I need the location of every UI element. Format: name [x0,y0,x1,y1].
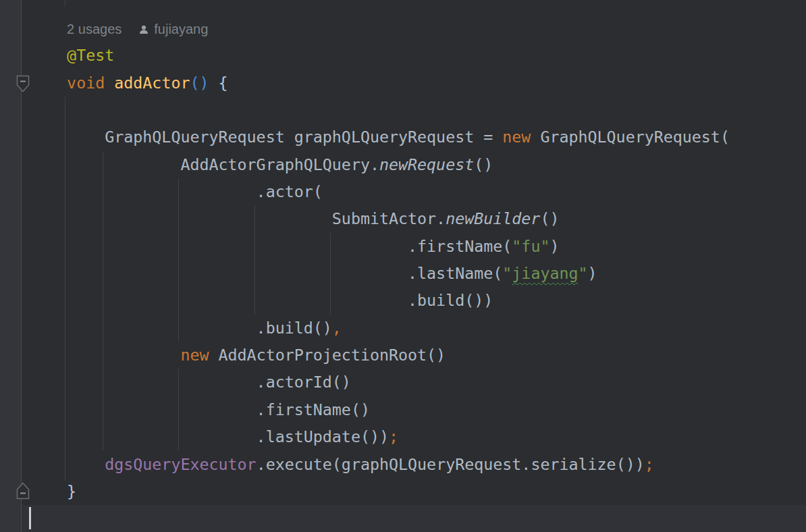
code-line[interactable]: void addActor() { [29,70,730,97]
code-token: ; [389,427,398,446]
usages-hint[interactable]: 2 usages [67,22,122,36]
code-token: { [219,74,228,92]
code-token [29,74,67,92]
code-token: } [67,482,76,500]
text-caret [29,507,31,529]
code-line[interactable] [29,97,730,124]
caret-line[interactable] [29,505,730,532]
code-line[interactable]: } [29,478,730,505]
code-line[interactable]: AddActorGraphQLQuery.newRequest() [29,151,730,178]
user-icon [139,16,149,43]
code-line[interactable]: .firstName("fu") [29,233,730,260]
code-token: , [332,319,342,337]
fold-collapse-start-icon[interactable] [16,75,30,92]
code-line[interactable]: SubmitActor.newBuilder() [29,205,730,232]
code-token: () [190,74,209,92]
code-token: AddActorGraphQLQuery. [29,155,379,174]
code-line[interactable]: .actor( [29,178,730,205]
code-token: "fu" [512,237,549,255]
indent-guide [65,0,65,7]
code-token: newBuilder [446,209,540,228]
code-token: jiayang [512,264,578,282]
inlay-hint-line[interactable]: 2 usagesfujiayang [29,15,730,42]
code-token [209,74,219,92]
code-token: " [502,264,512,282]
code-token: .actorId() [29,373,351,391]
code-line[interactable]: new AddActorProjectionRoot() [29,342,730,369]
code-token: .firstName( [29,237,512,255]
code-token [29,455,105,473]
code-line[interactable]: .lastName("jiayang") [29,260,730,287]
code-token: newRequest [379,155,474,174]
code-token: new [180,346,209,364]
code-token: .firstName() [29,400,370,419]
code-token: AddActorProjectionRoot() [209,346,446,364]
code-line[interactable]: .actorId() [29,369,730,396]
author-hint[interactable]: fujiayang [154,22,208,36]
code-token [29,19,67,37]
code-token: .build() [29,319,332,337]
code-token [105,74,114,92]
code-token: () [540,209,559,228]
code-token: () [474,155,493,174]
code-token [29,482,67,500]
code-line[interactable]: .build(), [29,315,730,342]
code-token: SubmitActor. [29,209,446,228]
code-token: addActor [114,74,190,92]
code-token: " [579,264,588,282]
code-line[interactable]: .lastUpdate()); [29,423,730,450]
code-token: .execute(graphQLQueryRequest.serialize()… [257,455,645,473]
code-line[interactable]: GraphQLQueryRequest graphQLQueryRequest … [29,124,730,151]
ide-editor-screenshot: { "editor": { "palette": { "bg": "#2B2D3… [0,0,806,532]
code-token: ) [588,264,597,282]
code-line[interactable]: dgsQueryExecutor.execute(graphQLQueryReq… [29,451,730,478]
code-token [29,346,180,364]
code-token: ) [549,237,559,255]
code-token: .actor( [29,182,323,201]
code-token: ; [645,455,654,473]
code-token: void [67,74,105,92]
code-token: new [502,128,531,146]
code-token [29,46,67,64]
code-line[interactable]: .build()) [29,287,730,314]
code-line[interactable]: @Test [29,42,730,69]
code-token: .lastUpdate()) [29,427,389,446]
fold-collapse-end-icon[interactable] [16,482,30,500]
code-editor[interactable]: 2 usagesfujiayang @Test void addActor() … [29,15,730,532]
code-token: .build()) [29,291,493,309]
code-line[interactable]: .firstName() [29,396,730,423]
code-token: .lastName( [29,264,502,282]
code-token: GraphQLQueryRequest graphQLQueryRequest … [29,128,502,146]
code-token: @Test [67,46,114,64]
code-token: GraphQLQueryRequest( [531,128,730,146]
code-token: dgsQueryExecutor [105,455,256,473]
